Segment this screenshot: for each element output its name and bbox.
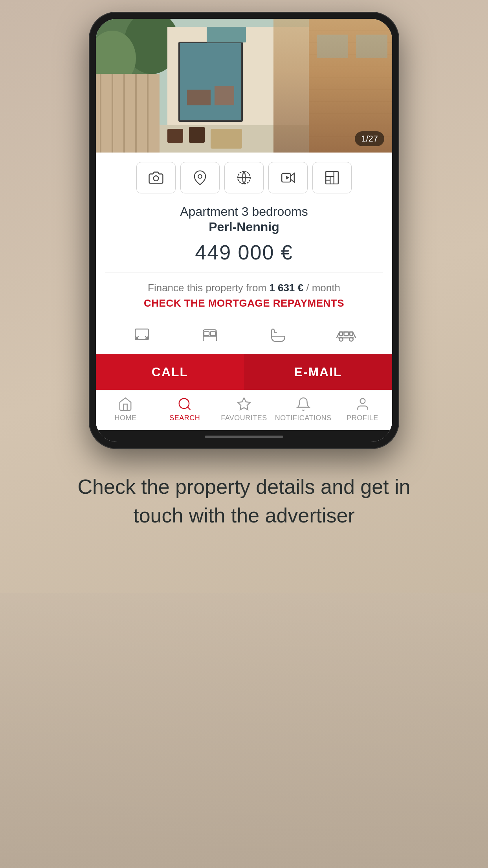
svg-rect-4 (96, 74, 160, 153)
bottom-caption: Check the property details and get in to… (0, 449, 488, 561)
feature-bath (268, 327, 288, 343)
feature-size (132, 327, 152, 343)
mortgage-link[interactable]: CHECK THE MORTGAGE REPAYMENTS (108, 297, 380, 309)
svg-rect-54 (350, 332, 353, 336)
svg-rect-13 (207, 27, 246, 42)
360-button[interactable] (224, 162, 264, 193)
floorplan-button[interactable] (312, 162, 352, 193)
svg-marker-37 (286, 176, 289, 180)
image-counter: 1/27 (355, 131, 384, 146)
location-button[interactable] (180, 162, 220, 193)
cta-buttons: CALL E-MAIL (96, 354, 392, 390)
nav-profile-label: PROFILE (347, 414, 378, 422)
mortgage-text: Finance this property from 1 631 € / mon… (108, 282, 380, 294)
nav-search[interactable]: SEARCH (155, 397, 215, 422)
property-image: 1/27 (96, 19, 392, 153)
email-button[interactable]: E-MAIL (244, 354, 392, 390)
svg-point-58 (360, 399, 365, 404)
svg-rect-11 (179, 42, 242, 121)
nav-notifications-label: NOTIFICATIONS (275, 414, 332, 422)
property-location: Perl-Nennig (108, 220, 380, 234)
features-row (96, 319, 392, 354)
svg-rect-30 (167, 129, 183, 143)
svg-rect-14 (187, 90, 211, 105)
svg-line-56 (188, 407, 191, 410)
property-price: 449 000 € (108, 241, 380, 264)
svg-rect-52 (340, 332, 343, 336)
nav-profile[interactable]: PROFILE (333, 397, 392, 422)
svg-rect-15 (215, 86, 234, 105)
video-button[interactable] (268, 162, 308, 193)
nav-home-label: HOME (114, 414, 136, 422)
svg-rect-27 (317, 35, 348, 58)
mortgage-section: Finance this property from 1 631 € / mon… (96, 272, 392, 319)
property-type: Apartment 3 bedrooms (108, 204, 380, 219)
icon-toolbar (96, 153, 392, 201)
property-title-section: Apartment 3 bedrooms Perl-Nennig 449 000… (96, 201, 392, 272)
svg-point-34 (198, 175, 202, 178)
svg-marker-57 (238, 398, 250, 410)
nav-notifications[interactable]: NOTIFICATIONS (273, 397, 333, 422)
feature-beds (200, 327, 220, 343)
svg-rect-49 (211, 332, 216, 336)
call-button[interactable]: CALL (96, 354, 244, 390)
svg-rect-48 (204, 332, 209, 336)
svg-rect-53 (344, 332, 349, 336)
camera-button[interactable] (136, 162, 176, 193)
bottom-nav: HOME SEARCH FAVOURITES (96, 390, 392, 430)
nav-favourites[interactable]: FAVOURITES (215, 397, 274, 422)
svg-rect-32 (211, 129, 242, 149)
svg-marker-36 (290, 173, 294, 182)
feature-parking (336, 327, 356, 343)
mortgage-amount: 1 631 € (269, 282, 306, 294)
home-bar (205, 436, 283, 438)
svg-point-55 (179, 399, 189, 408)
home-indicator (96, 430, 392, 442)
svg-rect-38 (326, 171, 338, 184)
nav-favourites-label: FAVOURITES (221, 414, 267, 422)
svg-point-33 (154, 176, 159, 181)
nav-search-label: SEARCH (169, 414, 200, 422)
svg-rect-28 (356, 35, 387, 58)
svg-rect-31 (189, 127, 205, 143)
nav-home[interactable]: HOME (96, 397, 155, 422)
